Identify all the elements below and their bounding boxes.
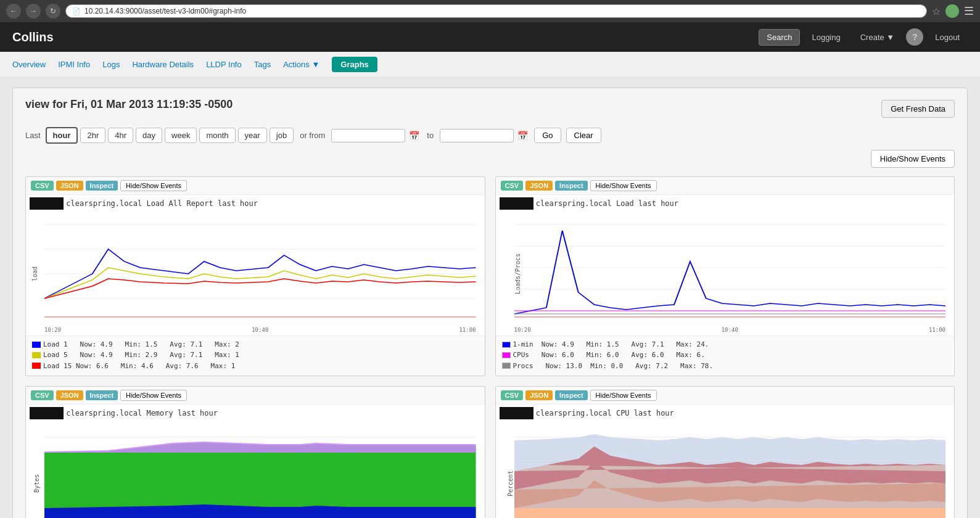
time-btn-week[interactable]: week (165, 128, 197, 143)
legend-load-all: Load 1 Now: 4.9 Min: 1.5 Avg: 7.1 Max: 2… (26, 335, 485, 376)
subnav-graphs[interactable]: Graphs (332, 57, 377, 72)
from-date-input[interactable] (331, 129, 405, 142)
last-label: Last (25, 131, 41, 140)
hide-show-events-bar: Hide/Show Events (25, 150, 955, 168)
graph-toolbar-cpu: CSV JSON Inspect Hide/Show Events (496, 387, 955, 405)
url-bar[interactable]: 📄 10.20.14.43:9000/asset/test-v3-ldm00#g… (65, 4, 927, 18)
subnav-logs[interactable]: Logs (102, 60, 120, 69)
legend-row: Load 1 Now: 4.9 Min: 1.5 Avg: 7.1 Max: 2 (32, 340, 479, 349)
graph-panel-load-all: CSV JSON Inspect Hide/Show Events clears… (25, 176, 485, 376)
main-content: view for Fri, 01 Mar 2013 11:19:35 -0500… (0, 78, 980, 518)
inspect-button-cpu[interactable]: Inspect (555, 390, 588, 400)
csv-button-load-all[interactable]: CSV (31, 181, 54, 191)
or-from-label: or from (300, 131, 325, 140)
logging-button[interactable]: Logging (804, 29, 848, 46)
inspect-button-load-all[interactable]: Inspect (86, 181, 118, 191)
legend-row: 1-min Now: 4.9 Min: 1.5 Avg: 7.1 Max: 24… (502, 340, 949, 349)
refresh-button[interactable]: ↻ (46, 4, 60, 18)
hide-show-events-cpu[interactable]: Hide/Show Events (590, 390, 657, 401)
search-button[interactable]: Search (759, 29, 800, 46)
time-btn-4hr[interactable]: 4hr (108, 128, 133, 143)
to-date-input[interactable] (440, 129, 514, 142)
chart-header-memory: clearspring.local Memory last hour (26, 405, 485, 422)
chart-svg-load-all: 20 10 0 (44, 212, 476, 323)
info-button[interactable]: ? (906, 28, 923, 46)
chart-area-load-all: load 20 10 0 (26, 212, 485, 335)
legend-color (502, 352, 511, 358)
x-axis-load-all: 10:2010:4011:00 (44, 327, 476, 333)
y-axis-label-load-all: load (31, 266, 38, 281)
hide-show-events-load-all[interactable]: Hide/Show Events (120, 180, 187, 191)
hide-show-events-load[interactable]: Hide/Show Events (590, 180, 657, 191)
svg-marker-44 (514, 434, 946, 508)
chart-header-cpu: clearspring.local CPU last hour (496, 405, 955, 422)
go-button[interactable]: Go (534, 128, 561, 143)
legend-color (502, 363, 511, 369)
subnav-ipmi-info[interactable]: IPMI Info (58, 60, 90, 69)
app-title: Collins (12, 30, 54, 44)
y-axis-label-memory: Bytes (33, 474, 40, 493)
csv-button-cpu[interactable]: CSV (501, 390, 524, 400)
hide-show-events-button[interactable]: Hide/Show Events (871, 150, 955, 168)
time-btn-day[interactable]: day (136, 128, 162, 143)
legend-color (32, 342, 41, 348)
to-calendar-button[interactable]: 📅 (516, 130, 529, 142)
profile-icon (945, 4, 959, 18)
legend-row: CPUs Now: 6.0 Min: 6.0 Avg: 6.0 Max: 6. (502, 350, 949, 360)
menu-icon[interactable]: ☰ (964, 4, 974, 18)
csv-button-load[interactable]: CSV (501, 181, 524, 191)
json-button-cpu[interactable]: JSON (525, 390, 553, 400)
chart-area-cpu: Percent 100 80 60 40 20 0 (496, 422, 955, 518)
inspect-button-memory[interactable]: Inspect (86, 390, 118, 400)
sub-navigation: Overview IPMI Info Logs Hardware Details… (0, 52, 980, 78)
bookmark-icon[interactable]: ☆ (932, 6, 941, 17)
subnav-lldp-info[interactable]: LLDP Info (206, 60, 242, 69)
chart-title-text-memory: clearspring.local Memory last hour (64, 409, 218, 417)
json-button-load[interactable]: JSON (525, 181, 553, 191)
legend-color (32, 352, 41, 358)
chart-area-memory: Bytes 20 G 15 G 10 G 5 G 0 (26, 422, 485, 518)
inspect-button-load[interactable]: Inspect (555, 181, 588, 191)
graph-toolbar-memory: CSV JSON Inspect Hide/Show Events (26, 387, 485, 405)
legend-color (32, 363, 41, 369)
legend-row: Procs Now: 13.0 Min: 0.0 Avg: 7.2 Max: 7… (502, 361, 949, 371)
subnav-hardware-details[interactable]: Hardware Details (132, 60, 194, 69)
content-panel: view for Fri, 01 Mar 2013 11:19:35 -0500… (12, 88, 968, 518)
csv-button-memory[interactable]: CSV (31, 390, 54, 400)
subnav-tags[interactable]: Tags (254, 60, 271, 69)
subnav-overview[interactable]: Overview (12, 60, 46, 69)
chart-title-text-load: clearspring.local Load last hour (533, 199, 678, 208)
chart-title-text-load-all: clearspring.local Load All Report last h… (64, 199, 258, 208)
graph-toolbar-load: CSV JSON Inspect Hide/Show Events (496, 177, 955, 195)
legend-text: 1-min Now: 4.9 Min: 1.5 Avg: 7.1 Max: 24… (513, 340, 709, 349)
header-nav: Search Logging Create ▼ ? Logout (759, 28, 968, 46)
x-axis-load: 10:2010:4011:00 (514, 327, 946, 333)
app-header: Collins Search Logging Create ▼ ? Logout (0, 22, 980, 52)
time-btn-month[interactable]: month (199, 128, 235, 143)
time-btn-year[interactable]: year (238, 128, 267, 143)
chart-title-bar-memory (30, 407, 64, 419)
time-btn-hour[interactable]: hour (46, 127, 78, 144)
time-btn-job[interactable]: job (270, 128, 294, 143)
hide-show-events-memory[interactable]: Hide/Show Events (120, 390, 187, 401)
time-btn-2hr[interactable]: 2hr (80, 128, 105, 143)
json-button-memory[interactable]: JSON (56, 390, 83, 400)
to-label: to (427, 131, 434, 140)
browser-bar: ← → ↻ 📄 10.20.14.43:9000/asset/test-v3-l… (0, 0, 980, 22)
graph-panel-memory: CSV JSON Inspect Hide/Show Events clears… (25, 386, 485, 518)
logout-button[interactable]: Logout (927, 29, 968, 46)
from-calendar-button[interactable]: 📅 (408, 130, 421, 142)
page-icon: 📄 (72, 7, 81, 15)
create-button[interactable]: Create ▼ (852, 29, 903, 46)
subnav-actions[interactable]: Actions ▼ (283, 60, 319, 69)
back-button[interactable]: ← (6, 4, 21, 18)
json-button-load-all[interactable]: JSON (56, 181, 83, 191)
clear-button[interactable]: Clear (566, 128, 601, 143)
legend-text: Load 5 Now: 4.9 Min: 2.9 Avg: 7.1 Max: 1 (43, 350, 239, 360)
svg-marker-29 (44, 442, 476, 453)
chart-title-bar-cpu (500, 407, 533, 419)
graph-panel-load: CSV JSON Inspect Hide/Show Events clears… (495, 176, 955, 376)
chart-header-load: clearspring.local Load last hour (496, 195, 955, 212)
forward-button[interactable]: → (26, 4, 41, 18)
get-fresh-data-button[interactable]: Get Fresh Data (881, 100, 955, 118)
